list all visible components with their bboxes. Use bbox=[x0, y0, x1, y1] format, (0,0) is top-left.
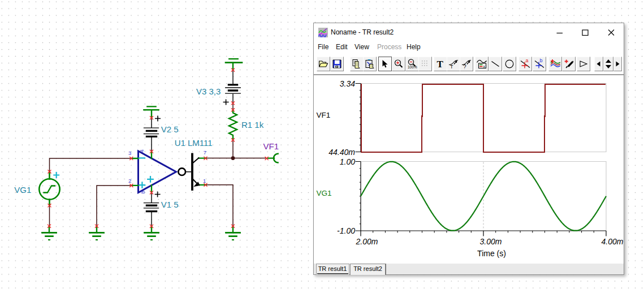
svg-text:V3 3,3: V3 3,3 bbox=[196, 87, 221, 96]
svg-text:4.00m: 4.00m bbox=[602, 237, 624, 246]
svg-text:4: 4 bbox=[139, 149, 145, 152]
svg-text:3: 3 bbox=[128, 150, 131, 156]
svg-text:8: 8 bbox=[140, 191, 146, 193]
svg-text:Time (s): Time (s) bbox=[477, 249, 506, 258]
svg-text:VF1: VF1 bbox=[263, 141, 279, 151]
svg-text:1.00: 1.00 bbox=[340, 157, 355, 166]
svg-text:1: 1 bbox=[203, 178, 206, 184]
svg-text:2: 2 bbox=[128, 178, 131, 184]
svg-text:V2 5: V2 5 bbox=[161, 124, 179, 134]
svg-text:44.40m: 44.40m bbox=[329, 148, 355, 157]
svg-text:3.00m: 3.00m bbox=[480, 237, 502, 246]
svg-text:-1.00: -1.00 bbox=[337, 226, 355, 235]
svg-text:VF1: VF1 bbox=[317, 111, 331, 119]
svg-text:3.34: 3.34 bbox=[340, 79, 355, 88]
svg-text:R1 1k: R1 1k bbox=[241, 120, 264, 130]
svg-text:7: 7 bbox=[204, 149, 206, 156]
svg-text:U1 LM111: U1 LM111 bbox=[175, 138, 213, 148]
svg-text:V1 5: V1 5 bbox=[161, 200, 179, 209]
svg-text:VG1: VG1 bbox=[14, 185, 31, 195]
svg-text:2.00m: 2.00m bbox=[356, 237, 378, 246]
svg-text:VG1: VG1 bbox=[317, 189, 332, 197]
